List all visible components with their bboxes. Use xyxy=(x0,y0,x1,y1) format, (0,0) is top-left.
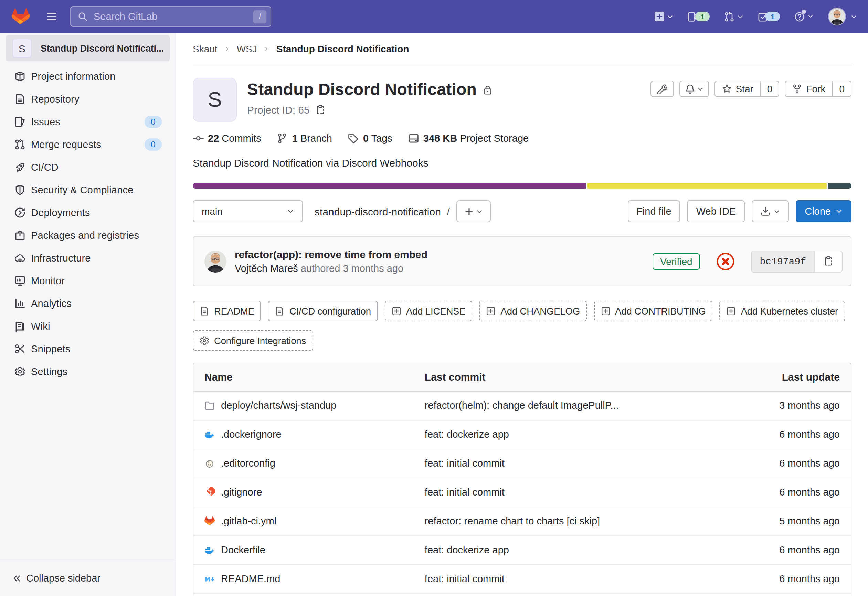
column-header-name[interactable]: Name xyxy=(193,363,414,391)
verified-badge[interactable]: Verified xyxy=(652,253,700,270)
stat-branches[interactable]: 1 Branch xyxy=(277,133,332,144)
copy-icon xyxy=(315,105,326,115)
table-row[interactable]: .gitlab-ci.yml refactor: rename chart to… xyxy=(193,506,851,536)
fork-count[interactable]: 0 xyxy=(832,81,851,96)
file-last-commit[interactable]: feat: dockerize app xyxy=(414,536,732,564)
pipeline-failed-icon[interactable] xyxy=(717,252,734,270)
table-row[interactable]: README.md feat: initial commit 6 months … xyxy=(193,564,851,593)
file-name[interactable]: deploy/charts/wsj-standup xyxy=(221,400,336,411)
column-header-last-commit[interactable]: Last commit xyxy=(414,363,732,391)
file-name[interactable]: Dockerfile xyxy=(221,544,265,555)
table-row[interactable]: .dockerignore feat: dockerize app 6 mont… xyxy=(193,420,851,449)
copy-project-id-button[interactable] xyxy=(315,105,326,115)
fork-button[interactable]: Fork xyxy=(785,81,832,96)
file-last-commit[interactable]: feat: initial commit xyxy=(414,449,732,478)
star-button[interactable]: Star xyxy=(715,81,760,96)
readme-button[interactable]: README xyxy=(193,301,261,322)
sidebar-item-settings[interactable]: Settings xyxy=(0,360,176,383)
search-placeholder: Search GitLab xyxy=(94,11,253,22)
notification-dot xyxy=(802,10,806,14)
clone-button[interactable]: Clone xyxy=(796,200,852,222)
sidebar-item-analytics[interactable]: Analytics xyxy=(0,292,176,314)
navbar-right: 1 1 xyxy=(655,7,857,25)
sidebar-item-snippets[interactable]: Snippets xyxy=(0,337,176,360)
search-input[interactable]: Search GitLab / xyxy=(70,6,271,27)
file-last-commit[interactable]: refactor: rename chart to charts [ci ski… xyxy=(414,506,732,536)
sidebar-item-security-compliance[interactable]: Security & Compliance xyxy=(0,178,176,201)
breadcrumb-group[interactable]: Skaut xyxy=(193,43,217,55)
sidebar-item-ci-cd[interactable]: CI/CD xyxy=(0,156,176,178)
issues-menu-button[interactable]: 1 xyxy=(688,11,710,22)
star-count[interactable]: 0 xyxy=(760,81,779,96)
sidebar-item-merge-requests[interactable]: Merge requests 0 xyxy=(0,133,176,156)
help-menu-button[interactable] xyxy=(794,11,813,22)
notifications-button[interactable] xyxy=(679,81,709,97)
languages-bar[interactable] xyxy=(193,183,852,189)
file-name[interactable]: .gitlab-ci.yml xyxy=(221,515,276,527)
table-row[interactable]: deploy/charts/wsj-standup refactor(helm)… xyxy=(193,391,851,420)
sidebar-item-infrastructure[interactable]: Infrastructure xyxy=(0,246,176,269)
commit-author[interactable]: Vojtěch Mareš xyxy=(235,263,298,274)
plus-square-icon xyxy=(486,306,496,316)
add-kubernetes-cluster-button[interactable]: Add Kubernetes cluster xyxy=(720,301,845,322)
sidebar-item-project-information[interactable]: Project information xyxy=(0,65,176,87)
file-name[interactable]: .dockerignore xyxy=(221,429,282,440)
menu-toggle-button[interactable] xyxy=(46,11,57,22)
collapse-sidebar-button[interactable]: Collapse sidebar xyxy=(0,559,176,596)
fork-icon xyxy=(792,84,802,94)
commit-author-avatar[interactable] xyxy=(204,250,226,272)
file-name[interactable]: .editorconfig xyxy=(221,458,275,469)
new-menu-button[interactable] xyxy=(655,12,673,21)
sidebar-item-deployments[interactable]: Deployments xyxy=(0,201,176,224)
last-commit-box: refactor(app): remove time from embed Vo… xyxy=(193,236,852,286)
file-last-commit[interactable]: feat: initial commit xyxy=(414,564,732,593)
sidebar-item-issues[interactable]: Issues 0 xyxy=(0,110,176,133)
sidebar-project-context[interactable]: S Standup Discord Notificati... xyxy=(6,35,170,61)
add-changelog-button[interactable]: Add CHANGELOG xyxy=(480,301,587,322)
sidebar-item-monitor[interactable]: Monitor xyxy=(0,269,176,292)
file-last-commit[interactable]: feat: initial commit xyxy=(414,478,732,506)
sidebar-item-wiki[interactable]: Wiki xyxy=(0,314,176,337)
add-contributing-button[interactable]: Add CONTRIBUTING xyxy=(594,301,713,322)
file-name[interactable]: .gitignore xyxy=(221,487,262,497)
hamburger-icon xyxy=(46,11,57,22)
file-last-commit[interactable]: refactor(helm): change default ImagePull… xyxy=(414,391,732,420)
table-row[interactable]: .gitignore feat: initial commit 6 months… xyxy=(193,478,851,506)
docker-icon xyxy=(204,545,215,555)
configure-integrations-button[interactable]: Configure Integrations xyxy=(193,330,313,351)
file-last-update: 5 months ago xyxy=(732,506,851,536)
branch-selector[interactable]: main xyxy=(193,200,303,222)
sidebar-item-packages-registries[interactable]: Packages and registries xyxy=(0,224,176,246)
file-name[interactable]: README.md xyxy=(221,573,280,584)
commit-title[interactable]: refactor(app): remove time from embed xyxy=(235,248,652,260)
stat-tags[interactable]: 0 Tags xyxy=(348,133,392,144)
breadcrumb-project[interactable]: Standup Discord Notification xyxy=(276,43,409,55)
table-row[interactable]: Dockerfile feat: dockerize app 6 months … xyxy=(193,536,851,564)
web-ide-button[interactable]: Web IDE xyxy=(687,200,745,222)
merge-requests-menu-button[interactable] xyxy=(724,11,743,22)
file-last-commit[interactable]: feat: dockerize app xyxy=(414,420,732,449)
repo-path[interactable]: standup-discord-notification xyxy=(314,205,441,217)
find-file-button[interactable]: Find file xyxy=(627,200,681,222)
admin-wrench-button[interactable] xyxy=(650,81,673,97)
gear-icon xyxy=(15,366,25,377)
user-menu-button[interactable] xyxy=(828,7,857,25)
gitlab-logo[interactable] xyxy=(12,8,30,25)
download-button[interactable] xyxy=(752,200,789,222)
stat-storage[interactable]: 348 KB Project Storage xyxy=(408,133,528,144)
screen: Search GitLab / 1 1 xyxy=(0,0,868,596)
navbar-left: Search GitLab / xyxy=(11,6,655,27)
ci-cd-configuration-button[interactable]: CI/CD configuration xyxy=(268,301,378,322)
table-row[interactable]: .editorconfig feat: initial commit 6 mon… xyxy=(193,449,851,478)
sidebar-item-repository[interactable]: Repository xyxy=(0,87,176,110)
column-header-last-update[interactable]: Last update xyxy=(732,363,851,391)
stat-commits[interactable]: 22 Commits xyxy=(193,133,261,144)
package-icon xyxy=(15,230,25,240)
add-license-button[interactable]: Add LICENSE xyxy=(385,301,472,322)
file-last-update: 3 months ago xyxy=(732,391,851,420)
breadcrumb-subgroup[interactable]: WSJ xyxy=(237,43,257,55)
add-file-dropdown[interactable] xyxy=(457,200,491,222)
todos-button[interactable]: 1 xyxy=(758,11,780,22)
project-avatar: S xyxy=(193,78,237,122)
copy-sha-button[interactable] xyxy=(814,251,842,271)
